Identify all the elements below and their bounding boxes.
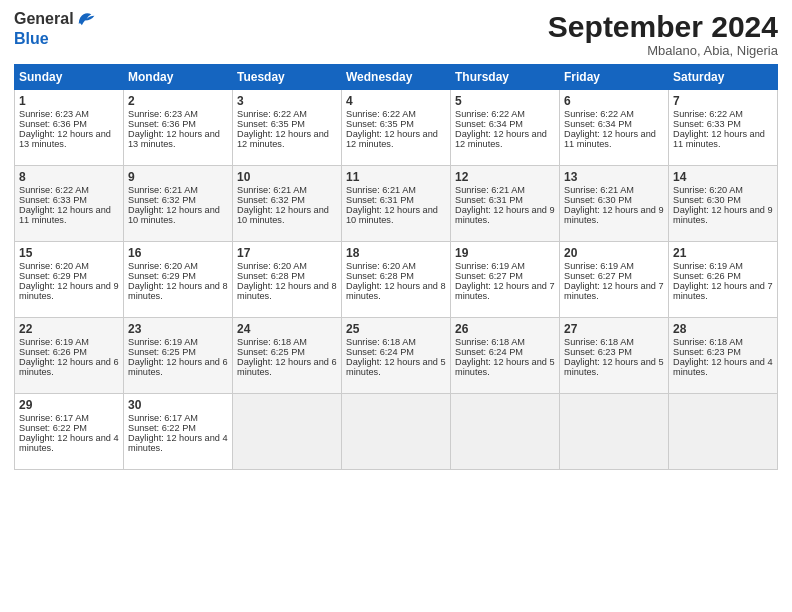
day-number: 7 — [673, 94, 773, 108]
logo: General Blue — [14, 10, 96, 48]
day-info-line: Sunrise: 6:19 AM — [19, 337, 119, 347]
day-info-line: Sunset: 6:25 PM — [237, 347, 337, 357]
day-info-line: Sunrise: 6:23 AM — [19, 109, 119, 119]
day-number: 9 — [128, 170, 228, 184]
day-number: 24 — [237, 322, 337, 336]
table-row: 14Sunrise: 6:20 AMSunset: 6:30 PMDayligh… — [669, 166, 778, 242]
day-info-line: Daylight: 12 hours and 12 minutes. — [455, 129, 555, 149]
day-info-line: Sunrise: 6:22 AM — [455, 109, 555, 119]
table-row: 13Sunrise: 6:21 AMSunset: 6:30 PMDayligh… — [560, 166, 669, 242]
table-row: 16Sunrise: 6:20 AMSunset: 6:29 PMDayligh… — [124, 242, 233, 318]
table-row: 15Sunrise: 6:20 AMSunset: 6:29 PMDayligh… — [15, 242, 124, 318]
table-row: 21Sunrise: 6:19 AMSunset: 6:26 PMDayligh… — [669, 242, 778, 318]
day-number: 16 — [128, 246, 228, 260]
table-row: 24Sunrise: 6:18 AMSunset: 6:25 PMDayligh… — [233, 318, 342, 394]
day-info-line: Daylight: 12 hours and 4 minutes. — [673, 357, 773, 377]
day-info-line: Daylight: 12 hours and 13 minutes. — [128, 129, 228, 149]
calendar-week-row: 15Sunrise: 6:20 AMSunset: 6:29 PMDayligh… — [15, 242, 778, 318]
day-info-line: Sunset: 6:33 PM — [673, 119, 773, 129]
day-info-line: Daylight: 12 hours and 9 minutes. — [673, 205, 773, 225]
day-info-line: Daylight: 12 hours and 11 minutes. — [564, 129, 664, 149]
day-number: 14 — [673, 170, 773, 184]
day-info-line: Sunset: 6:29 PM — [128, 271, 228, 281]
day-info-line: Daylight: 12 hours and 6 minutes. — [237, 357, 337, 377]
day-info-line: Sunset: 6:36 PM — [19, 119, 119, 129]
calendar-week-row: 1Sunrise: 6:23 AMSunset: 6:36 PMDaylight… — [15, 90, 778, 166]
calendar-week-row: 22Sunrise: 6:19 AMSunset: 6:26 PMDayligh… — [15, 318, 778, 394]
table-row: 18Sunrise: 6:20 AMSunset: 6:28 PMDayligh… — [342, 242, 451, 318]
table-row — [560, 394, 669, 470]
day-info-line: Daylight: 12 hours and 10 minutes. — [128, 205, 228, 225]
day-info-line: Daylight: 12 hours and 10 minutes. — [346, 205, 446, 225]
day-info-line: Sunset: 6:34 PM — [455, 119, 555, 129]
day-number: 18 — [346, 246, 446, 260]
day-info-line: Sunset: 6:34 PM — [564, 119, 664, 129]
day-info-line: Daylight: 12 hours and 5 minutes. — [455, 357, 555, 377]
calendar-week-row: 8Sunrise: 6:22 AMSunset: 6:33 PMDaylight… — [15, 166, 778, 242]
day-number: 21 — [673, 246, 773, 260]
day-info-line: Sunrise: 6:20 AM — [346, 261, 446, 271]
day-info-line: Daylight: 12 hours and 11 minutes. — [673, 129, 773, 149]
table-row: 25Sunrise: 6:18 AMSunset: 6:24 PMDayligh… — [342, 318, 451, 394]
calendar-week-row: 29Sunrise: 6:17 AMSunset: 6:22 PMDayligh… — [15, 394, 778, 470]
day-info-line: Sunrise: 6:22 AM — [673, 109, 773, 119]
table-row: 1Sunrise: 6:23 AMSunset: 6:36 PMDaylight… — [15, 90, 124, 166]
table-row: 10Sunrise: 6:21 AMSunset: 6:32 PMDayligh… — [233, 166, 342, 242]
table-row: 8Sunrise: 6:22 AMSunset: 6:33 PMDaylight… — [15, 166, 124, 242]
day-info-line: Sunrise: 6:18 AM — [564, 337, 664, 347]
col-sunday: Sunday — [15, 65, 124, 90]
day-info-line: Sunrise: 6:19 AM — [455, 261, 555, 271]
col-thursday: Thursday — [451, 65, 560, 90]
table-row: 29Sunrise: 6:17 AMSunset: 6:22 PMDayligh… — [15, 394, 124, 470]
table-row: 23Sunrise: 6:19 AMSunset: 6:25 PMDayligh… — [124, 318, 233, 394]
day-info-line: Sunrise: 6:23 AM — [128, 109, 228, 119]
table-row: 6Sunrise: 6:22 AMSunset: 6:34 PMDaylight… — [560, 90, 669, 166]
table-row: 3Sunrise: 6:22 AMSunset: 6:35 PMDaylight… — [233, 90, 342, 166]
day-info-line: Sunrise: 6:18 AM — [346, 337, 446, 347]
day-info-line: Sunset: 6:35 PM — [346, 119, 446, 129]
day-info-line: Sunset: 6:30 PM — [673, 195, 773, 205]
day-info-line: Daylight: 12 hours and 13 minutes. — [19, 129, 119, 149]
logo-bird-icon — [74, 8, 96, 30]
day-number: 27 — [564, 322, 664, 336]
table-row: 19Sunrise: 6:19 AMSunset: 6:27 PMDayligh… — [451, 242, 560, 318]
day-number: 30 — [128, 398, 228, 412]
day-number: 5 — [455, 94, 555, 108]
table-row: 26Sunrise: 6:18 AMSunset: 6:24 PMDayligh… — [451, 318, 560, 394]
day-info-line: Sunrise: 6:20 AM — [237, 261, 337, 271]
day-info-line: Daylight: 12 hours and 8 minutes. — [346, 281, 446, 301]
day-info-line: Daylight: 12 hours and 9 minutes. — [19, 281, 119, 301]
table-row: 27Sunrise: 6:18 AMSunset: 6:23 PMDayligh… — [560, 318, 669, 394]
day-info-line: Sunset: 6:22 PM — [128, 423, 228, 433]
calendar-header-row: Sunday Monday Tuesday Wednesday Thursday… — [15, 65, 778, 90]
table-row: 17Sunrise: 6:20 AMSunset: 6:28 PMDayligh… — [233, 242, 342, 318]
table-row: 20Sunrise: 6:19 AMSunset: 6:27 PMDayligh… — [560, 242, 669, 318]
day-info-line: Sunrise: 6:22 AM — [346, 109, 446, 119]
day-info-line: Sunset: 6:22 PM — [19, 423, 119, 433]
table-row: 2Sunrise: 6:23 AMSunset: 6:36 PMDaylight… — [124, 90, 233, 166]
day-info-line: Sunset: 6:26 PM — [673, 271, 773, 281]
day-info-line: Sunrise: 6:17 AM — [19, 413, 119, 423]
day-info-line: Daylight: 12 hours and 5 minutes. — [564, 357, 664, 377]
table-row: 22Sunrise: 6:19 AMSunset: 6:26 PMDayligh… — [15, 318, 124, 394]
day-info-line: Sunrise: 6:22 AM — [564, 109, 664, 119]
day-info-line: Sunrise: 6:21 AM — [128, 185, 228, 195]
day-info-line: Daylight: 12 hours and 4 minutes. — [19, 433, 119, 453]
day-info-line: Daylight: 12 hours and 12 minutes. — [346, 129, 446, 149]
day-info-line: Sunrise: 6:19 AM — [564, 261, 664, 271]
day-info-line: Daylight: 12 hours and 12 minutes. — [237, 129, 337, 149]
day-info-line: Sunset: 6:29 PM — [19, 271, 119, 281]
day-info-line: Sunset: 6:25 PM — [128, 347, 228, 357]
table-row — [451, 394, 560, 470]
day-number: 28 — [673, 322, 773, 336]
title-block: September 2024 Mbalano, Abia, Nigeria — [548, 10, 778, 58]
table-row: 11Sunrise: 6:21 AMSunset: 6:31 PMDayligh… — [342, 166, 451, 242]
col-friday: Friday — [560, 65, 669, 90]
day-info-line: Sunrise: 6:18 AM — [673, 337, 773, 347]
col-saturday: Saturday — [669, 65, 778, 90]
day-number: 23 — [128, 322, 228, 336]
logo-lines: General — [14, 10, 96, 30]
day-info-line: Sunrise: 6:20 AM — [673, 185, 773, 195]
main-container: General Blue September 2024 Mbalano, Abi… — [0, 0, 792, 476]
day-info-line: Sunrise: 6:20 AM — [128, 261, 228, 271]
